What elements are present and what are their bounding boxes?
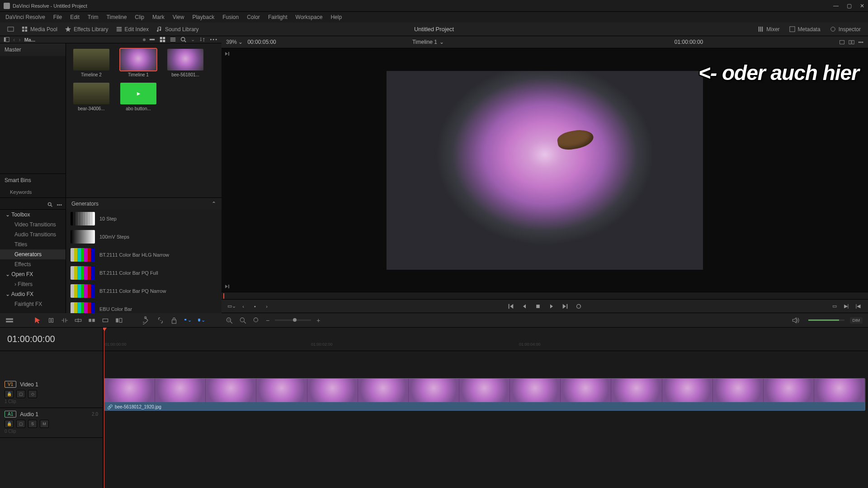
tree-titles[interactable]: Titles [0, 239, 66, 249]
timeline-view-options[interactable] [5, 316, 14, 324]
generator-100mv-steps[interactable]: 100mV Steps [66, 228, 222, 246]
nav-fwd[interactable]: › [19, 36, 20, 43]
metadata-button[interactable]: Metadata [785, 24, 824, 34]
insert-clip-tool[interactable] [88, 316, 96, 324]
track-mute-a1[interactable]: M [40, 420, 49, 428]
video-track-header[interactable]: V1 Video 1 🔒 ▢ ◇ 1 Clip [0, 378, 103, 408]
volume-icon[interactable] [791, 316, 799, 324]
generator-bt-2111-color-bar-hlg-narrow[interactable]: BT.2111 Color Bar HLG Narrow [66, 246, 222, 264]
clip-abo[interactable]: ▶abo button... [118, 83, 159, 111]
menu-view[interactable]: View [169, 13, 188, 21]
search-expand[interactable]: ⌄ [191, 37, 195, 42]
generator-10-step[interactable]: 10 Step [66, 210, 222, 228]
fx-list-collapse[interactable]: ⌃ [212, 201, 216, 207]
link-tool[interactable] [156, 316, 165, 324]
menu-color[interactable]: Color [243, 13, 264, 21]
tree-audio-transitions[interactable]: Audio Transitions [0, 230, 66, 239]
lock-tool[interactable] [170, 316, 178, 324]
viewer-zoom[interactable]: 39% ⌄ [226, 39, 243, 45]
volume-slider[interactable] [808, 319, 844, 321]
viewer-scrub-bar[interactable] [222, 292, 868, 299]
clip-timeline1[interactable]: Timeline 1 [118, 49, 159, 77]
prev-edit-button[interactable]: |◀ [854, 303, 862, 310]
smart-bin-keywords[interactable]: Keywords [0, 187, 66, 197]
more-icon[interactable]: ••• [210, 37, 218, 42]
go-first-button[interactable] [507, 303, 514, 310]
overwrite-clip-tool[interactable] [101, 316, 109, 324]
marker-tool[interactable]: ⌄ [197, 316, 205, 324]
menu-playback[interactable]: Playback [189, 13, 218, 21]
clip-timeline2[interactable]: Timeline 2 [71, 49, 112, 77]
menu-help[interactable]: Help [327, 13, 345, 21]
go-last-button[interactable] [561, 303, 569, 310]
dual-viewer-icon[interactable] [849, 39, 854, 45]
mixer-button[interactable]: Mixer [754, 24, 783, 34]
smart-bins-header[interactable]: Smart Bins [0, 174, 66, 187]
bin-master[interactable]: Master [0, 43, 66, 56]
fx-more-icon[interactable]: ••• [57, 202, 62, 207]
video-clip[interactable]: 🔗bee-5618012_1920.jpg [104, 378, 865, 411]
track-badge-v1[interactable]: V1 [5, 381, 16, 388]
tree-generators[interactable]: Generators [0, 249, 66, 259]
dynamic-trim-tool[interactable] [61, 316, 69, 324]
audio-track-header[interactable]: A1 Audio 1 2.0 🔒 ▢ S M 0 Clip [0, 408, 103, 438]
tree-video-transitions[interactable]: Video Transitions [0, 220, 66, 230]
viewer-more-icon[interactable]: ••• [858, 39, 863, 45]
play-button[interactable] [548, 303, 555, 310]
minimize-button[interactable]: — [833, 3, 839, 9]
tree-filters[interactable]: › Filters [0, 279, 66, 289]
maximize-button[interactable]: ▢ [847, 3, 852, 9]
track-solo-a1[interactable]: S [28, 420, 37, 428]
search-icon[interactable] [180, 37, 186, 42]
track-toggle-a1[interactable]: ▢ [16, 420, 25, 428]
zoom-in-button[interactable]: + [316, 317, 320, 324]
menu-edit[interactable]: Edit [66, 13, 83, 21]
zoom-slider[interactable] [275, 319, 311, 321]
generator-bt-2111-color-bar-pq-full[interactable]: BT.2111 Color Bar PQ Full [66, 264, 222, 282]
dim-button[interactable]: DIM [850, 317, 863, 324]
media-pool-button[interactable]: Media Pool [18, 24, 61, 34]
custom-zoom-tool[interactable] [252, 316, 260, 324]
track-lock-v1[interactable]: 🔒 [5, 390, 14, 398]
match-frame-button[interactable]: ‹ [240, 303, 247, 310]
menu-fusion[interactable]: Fusion [219, 13, 242, 21]
tree-openfx[interactable]: ⌄ Open FX [0, 269, 66, 279]
blade-cut-tool[interactable] [143, 316, 151, 324]
menu-mark[interactable]: Mark [149, 13, 168, 21]
trim-tool[interactable] [47, 316, 55, 324]
timeline-tracks[interactable]: 01:00:00:00 01:00:02:00 01:00:04:00 🔗bee… [103, 328, 868, 488]
replace-clip-tool[interactable] [115, 316, 123, 324]
in-out-button[interactable]: ▭ [831, 303, 838, 310]
generator-bt-2111-color-bar-pq-narrow[interactable]: BT.2111 Color Bar PQ Narrow [66, 282, 222, 300]
single-viewer-icon[interactable] [839, 39, 845, 45]
timeline-timecode[interactable]: 01:00:00:00 [0, 328, 103, 351]
skip-end-icon[interactable] [224, 51, 230, 56]
timeline-selector[interactable]: Timeline 1 ⌄ [412, 39, 444, 45]
edit-index-button[interactable]: Edit Index [112, 24, 152, 34]
step-back-button[interactable] [521, 303, 528, 310]
timeline-ruler[interactable]: 01:00:00:00 01:00:02:00 01:00:04:00 [103, 328, 868, 351]
close-button[interactable]: ✕ [860, 3, 864, 9]
zoom-fit-tool[interactable]: ⊡ [225, 316, 233, 324]
view-thumb-icon[interactable] [160, 37, 165, 42]
loop-button[interactable] [575, 303, 582, 310]
bin-path[interactable]: Ma... [24, 37, 140, 42]
view-list-icon[interactable] [170, 37, 176, 42]
match-frame-dot[interactable]: • [251, 303, 259, 310]
fx-search-icon[interactable] [47, 202, 53, 207]
stop-button[interactable] [534, 303, 542, 310]
clip-bear[interactable]: bear-34006... [71, 83, 112, 111]
menu-fairlight[interactable]: Fairlight [264, 13, 291, 21]
tree-effects[interactable]: Effects [0, 259, 66, 269]
menu-file[interactable]: File [50, 13, 66, 21]
next-edit-button[interactable]: ▶| [843, 303, 850, 310]
blade-tool[interactable] [74, 316, 82, 324]
menu-clip[interactable]: Clip [131, 13, 148, 21]
zoom-detail-tool[interactable] [239, 316, 247, 324]
menu-trim[interactable]: Trim [84, 13, 102, 21]
sort-icon[interactable] [199, 37, 205, 42]
nav-back[interactable]: ‹ [13, 36, 15, 43]
tree-fairlightfx[interactable]: Fairlight FX [0, 299, 66, 309]
skip-end-icon-2[interactable] [224, 284, 230, 289]
layout-button[interactable] [4, 24, 18, 34]
